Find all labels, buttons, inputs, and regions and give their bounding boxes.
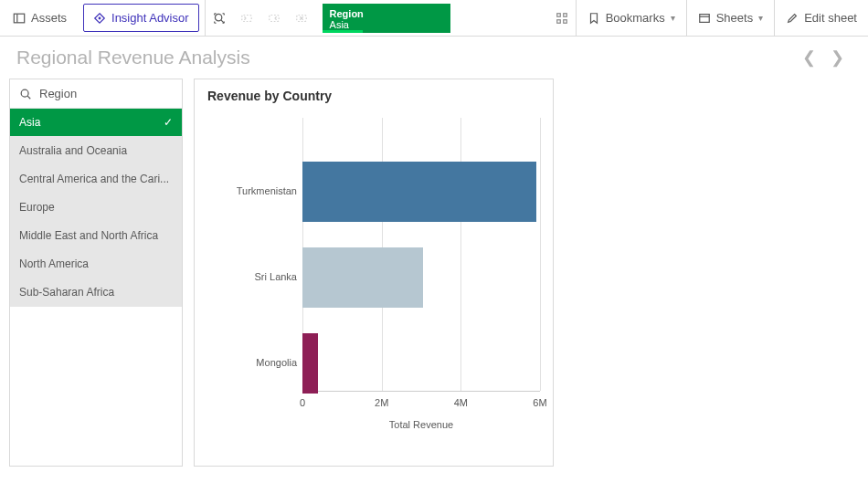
- gridline: [460, 118, 461, 391]
- svg-line-17: [27, 96, 30, 99]
- svg-rect-12: [556, 19, 560, 23]
- edit-label: Edit sheet: [804, 11, 857, 25]
- category-label: Sri Lanka: [211, 271, 297, 282]
- x-tick-label: 0: [300, 397, 305, 408]
- clear-selections-button[interactable]: [288, 0, 315, 36]
- edit-sheet-button[interactable]: Edit sheet: [775, 0, 868, 36]
- gridline: [540, 118, 541, 391]
- filterpane-item-label: Australia and Oceania: [19, 144, 127, 157]
- chart-card[interactable]: Revenue by Country Total Revenue 02M4M6M…: [194, 79, 554, 467]
- top-toolbar: Assets Insight Advisor Region Asia Bookm…: [0, 0, 868, 37]
- smart-search-button[interactable]: [206, 0, 233, 36]
- clear-selections-icon: [295, 12, 308, 25]
- filterpane-item[interactable]: Central America and the Cari...: [10, 165, 182, 194]
- chevron-down-icon: ▾: [758, 13, 763, 23]
- sheets-icon: [698, 12, 711, 25]
- svg-rect-5: [241, 15, 251, 21]
- bookmarks-label: Bookmarks: [606, 11, 665, 25]
- title-bar: Regional Revenue Analysis ❮ ❯: [0, 37, 868, 79]
- filterpane-item[interactable]: North America: [10, 250, 182, 278]
- assets-button[interactable]: Assets: [0, 0, 78, 36]
- page-title: Regional Revenue Analysis: [16, 47, 795, 68]
- check-icon: ✓: [164, 116, 173, 129]
- chart-plot: Total Revenue 02M4M6MTurkmenistanSri Lan…: [211, 118, 540, 419]
- filterpane-item-label: Central America and the Cari...: [19, 173, 169, 185]
- next-sheet-button[interactable]: ❯: [823, 47, 852, 68]
- edit-icon: [786, 12, 799, 25]
- assets-icon: [13, 12, 26, 25]
- sheets-label: Sheets: [716, 11, 753, 25]
- x-tick-label: 2M: [375, 397, 388, 408]
- filterpane-item[interactable]: Europe: [10, 194, 182, 222]
- filterpane-header[interactable]: Region: [10, 79, 182, 109]
- chevron-down-icon: ▾: [671, 13, 675, 23]
- filterpane-item[interactable]: Asia✓: [10, 109, 182, 137]
- grid-button[interactable]: [548, 0, 576, 36]
- toolbar-spacer: [454, 0, 548, 36]
- x-tick-label: 6M: [533, 397, 546, 408]
- assets-label: Assets: [31, 11, 67, 25]
- svg-rect-10: [556, 13, 560, 16]
- svg-rect-14: [699, 14, 709, 22]
- filter-pane: Region Asia✓Australia and OceaniaCentral…: [9, 79, 183, 467]
- filterpane-item[interactable]: Sub-Saharan Africa: [10, 278, 182, 307]
- filterpane-list: Asia✓Australia and OceaniaCentral Americ…: [10, 109, 182, 307]
- step-forward-icon: [268, 12, 281, 25]
- svg-point-16: [21, 89, 28, 97]
- step-back-icon: [240, 12, 253, 25]
- filterpane-item[interactable]: Australia and Oceania: [10, 137, 182, 165]
- x-axis-label: Total Revenue: [302, 419, 540, 430]
- filterpane-item-label: Asia: [19, 116, 40, 129]
- insight-label: Insight Advisor: [111, 11, 189, 25]
- insight-icon: [93, 12, 106, 25]
- search-icon: [19, 88, 32, 100]
- filterpane-item-label: North America: [19, 257, 89, 270]
- step-back-button[interactable]: [233, 0, 260, 36]
- category-label: Turkmenistan: [211, 185, 297, 196]
- filterpane-item-label: Europe: [19, 201, 55, 214]
- smart-search-icon: [213, 12, 226, 25]
- step-forward-button[interactable]: [260, 0, 288, 36]
- grid-icon: [556, 12, 568, 25]
- content-area: Region Asia✓Australia and OceaniaCentral…: [0, 79, 868, 476]
- svg-point-2: [99, 16, 101, 19]
- selection-indicator: [323, 30, 364, 33]
- svg-rect-0: [14, 14, 24, 23]
- selection-value: Asia: [330, 19, 443, 30]
- bar[interactable]: [302, 162, 536, 222]
- svg-line-4: [220, 19, 223, 22]
- filterpane-item[interactable]: Middle East and North Africa: [10, 222, 182, 250]
- prev-sheet-button[interactable]: ❮: [795, 47, 823, 68]
- filterpane-item-label: Sub-Saharan Africa: [19, 286, 114, 299]
- bar[interactable]: [302, 247, 423, 308]
- sheets-button[interactable]: Sheets ▾: [687, 0, 774, 36]
- bookmark-icon: [587, 12, 600, 25]
- selection-pill[interactable]: Region Asia: [323, 4, 450, 33]
- x-tick-label: 4M: [454, 397, 468, 408]
- filterpane-item-label: Middle East and North Africa: [19, 229, 158, 242]
- chart-title: Revenue by Country: [207, 89, 540, 103]
- insight-advisor-button[interactable]: Insight Advisor: [83, 4, 199, 32]
- svg-point-3: [215, 14, 221, 20]
- bookmarks-button[interactable]: Bookmarks ▾: [577, 0, 686, 36]
- svg-rect-13: [563, 19, 566, 23]
- selection-field: Region: [330, 8, 443, 19]
- category-label: Mongolia: [211, 357, 297, 368]
- bar[interactable]: [302, 333, 318, 394]
- svg-rect-11: [563, 13, 566, 16]
- svg-rect-6: [269, 15, 279, 21]
- filterpane-title: Region: [39, 87, 77, 100]
